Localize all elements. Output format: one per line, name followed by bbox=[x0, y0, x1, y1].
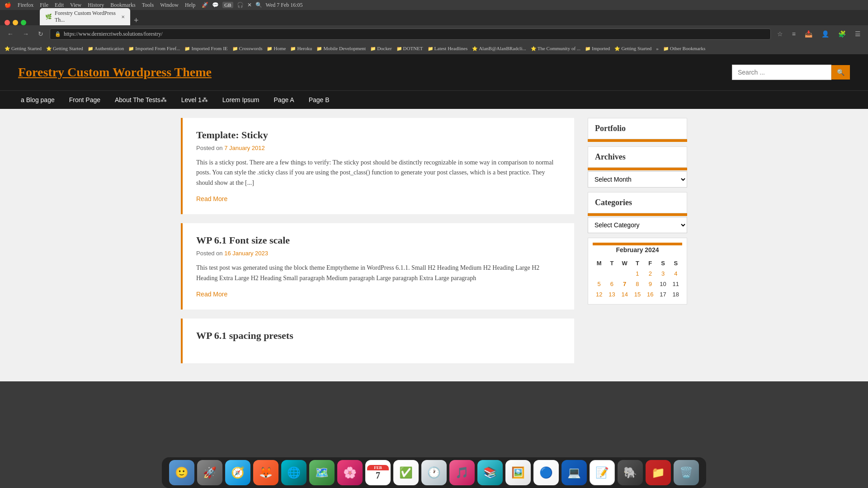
bookmark-heroku[interactable]: 📁 Heroku bbox=[290, 46, 312, 51]
search-input[interactable] bbox=[732, 65, 831, 80]
menu-firefox[interactable]: Firefox bbox=[18, 2, 33, 9]
nav-link-pageb[interactable]: Page B bbox=[302, 91, 337, 109]
dock-photos[interactable]: 🌸 bbox=[337, 460, 363, 485]
cal-cell[interactable]: 5 bbox=[593, 279, 605, 289]
menu-help[interactable]: Help bbox=[185, 2, 195, 9]
bookmark-alanb[interactable]: ⭐ AlanB@AlanBRadcli... bbox=[472, 46, 526, 51]
new-tab-button[interactable]: + bbox=[130, 16, 142, 25]
bookmark-imported-from-ie[interactable]: 📁 Imported From IE bbox=[184, 46, 227, 51]
bookmark-getting-started-1[interactable]: ⭐ Getting Started bbox=[5, 46, 42, 51]
dock-reminders[interactable]: ✅ bbox=[393, 460, 419, 485]
site-title-link[interactable]: Forestry Custom Wordpress Theme bbox=[18, 65, 212, 80]
dock-trash[interactable]: 🗑️ bbox=[674, 460, 699, 485]
dock-finder[interactable]: 🙂 bbox=[169, 460, 194, 485]
menu-tools[interactable]: Tools bbox=[142, 2, 154, 9]
cal-day-5[interactable]: 5 bbox=[598, 281, 601, 287]
bookmark-latest-headlines[interactable]: 📁 Latest Headlines bbox=[428, 46, 468, 51]
cal-day-2[interactable]: 2 bbox=[649, 270, 652, 277]
close-button[interactable] bbox=[5, 20, 10, 25]
cal-cell[interactable]: 9 bbox=[644, 279, 656, 289]
maximize-button[interactable] bbox=[21, 20, 26, 25]
nav-link-about[interactable]: About The Tests⁂ bbox=[108, 91, 174, 109]
dock-clock[interactable]: 🕐 bbox=[421, 460, 447, 485]
more-bookmarks[interactable]: » bbox=[656, 46, 659, 51]
cal-day-1[interactable]: 1 bbox=[636, 270, 639, 277]
search-button[interactable]: 🔍 bbox=[831, 65, 850, 80]
archives-select[interactable]: Select Month bbox=[588, 171, 687, 188]
bookmark-imported[interactable]: 📁 Imported bbox=[585, 46, 610, 51]
bookmark-crosswords[interactable]: 📁 Crosswords bbox=[232, 46, 263, 51]
cal-day-3[interactable]: 3 bbox=[661, 270, 665, 277]
nav-link-front[interactable]: Front Page bbox=[62, 91, 108, 109]
profile-button[interactable]: 👤 bbox=[819, 28, 832, 39]
cal-cell[interactable]: 12 bbox=[593, 289, 605, 300]
menu-view[interactable]: View bbox=[70, 2, 81, 9]
read-more-sticky[interactable]: Read More bbox=[196, 195, 227, 202]
dock-vscode[interactable]: 💻 bbox=[561, 460, 587, 485]
bookmark-mobile-development[interactable]: 📁 Mobile Development bbox=[316, 46, 366, 51]
cal-day-15[interactable]: 15 bbox=[634, 291, 641, 298]
post-date-link-font-size[interactable]: 16 January 2023 bbox=[224, 250, 268, 257]
bookmark-imported-from-firefox[interactable]: 📁 Imported From Firef... bbox=[128, 46, 180, 51]
url-display[interactable]: https://www.derniercriweb.solutions/fore… bbox=[64, 31, 163, 38]
back-button[interactable]: ← bbox=[5, 28, 16, 39]
search-icon[interactable]: 🔍 bbox=[255, 2, 262, 9]
dock-stacks[interactable]: 📚 bbox=[477, 460, 503, 485]
cal-cell[interactable]: 6 bbox=[605, 279, 618, 289]
bookmark-community[interactable]: ⭐ The Community of ... bbox=[531, 46, 580, 51]
minimize-button[interactable] bbox=[13, 20, 18, 25]
nav-link-level1[interactable]: Level 1⁂ bbox=[174, 91, 215, 109]
cal-day-13[interactable]: 13 bbox=[609, 291, 615, 298]
reload-button[interactable]: ↻ bbox=[35, 28, 46, 39]
cal-cell[interactable]: 1 bbox=[631, 268, 644, 279]
forward-button[interactable]: → bbox=[20, 28, 32, 39]
cal-cell[interactable]: 4 bbox=[670, 268, 682, 279]
nav-link-lorem[interactable]: Lorem Ipsum bbox=[215, 91, 267, 109]
cal-cell[interactable]: 2 bbox=[644, 268, 656, 279]
tab-close-button[interactable]: ✕ bbox=[121, 14, 125, 19]
dock-edge[interactable]: 🌐 bbox=[281, 460, 307, 485]
nav-link-blog[interactable]: a Blog page bbox=[14, 91, 62, 109]
pocket-button[interactable]: 📥 bbox=[802, 28, 815, 39]
dock-firefox[interactable]: 🦊 bbox=[253, 460, 278, 485]
address-bar[interactable]: 🔒 https://www.derniercriweb.solutions/fo… bbox=[50, 28, 771, 40]
dock-chrome[interactable]: 🔵 bbox=[533, 460, 559, 485]
dock-filezilla[interactable]: 📁 bbox=[646, 460, 671, 485]
post-date-link-sticky[interactable]: 7 January 2012 bbox=[224, 145, 265, 151]
dock-texteditor[interactable]: 📝 bbox=[590, 460, 615, 485]
bookmark-dotnet[interactable]: 📁 DOTNET bbox=[396, 46, 423, 51]
cal-day-4[interactable]: 4 bbox=[674, 270, 677, 277]
bookmark-docker[interactable]: 📁 Docker bbox=[370, 46, 392, 51]
bookmark-star-button[interactable]: ☆ bbox=[774, 28, 786, 39]
active-tab[interactable]: 🌿 Forestry Custom WordPress Th... ✕ bbox=[40, 8, 130, 25]
dock-safari[interactable]: 🧭 bbox=[225, 460, 250, 485]
menu-edit[interactable]: Edit bbox=[55, 2, 64, 9]
bookmark-getting-started-2[interactable]: ⭐ Getting Started bbox=[46, 46, 83, 51]
menu-button[interactable]: ☰ bbox=[852, 28, 863, 39]
extensions-button[interactable]: 🧩 bbox=[835, 28, 849, 39]
menu-file[interactable]: File bbox=[40, 2, 48, 9]
cal-cell[interactable]: 15 bbox=[631, 289, 644, 300]
nav-link-pagea[interactable]: Page A bbox=[267, 91, 302, 109]
dock-tableplus[interactable]: 🐘 bbox=[618, 460, 643, 485]
menu-history[interactable]: History bbox=[88, 2, 104, 9]
bookmark-other[interactable]: 📁 Other Bookmarks bbox=[663, 46, 706, 51]
cal-cell[interactable]: 16 bbox=[644, 289, 656, 300]
reader-mode-button[interactable]: ≡ bbox=[789, 28, 798, 39]
dock-preview[interactable]: 🖼️ bbox=[505, 460, 531, 485]
cal-cell[interactable]: 3 bbox=[656, 268, 669, 279]
bookmark-getting-started-3[interactable]: ⭐ Getting Started bbox=[614, 46, 651, 51]
bookmark-authentication[interactable]: 📁 Authentication bbox=[88, 46, 124, 51]
dock-maps[interactable]: 🗺️ bbox=[309, 460, 335, 485]
dock-music[interactable]: 🎵 bbox=[449, 460, 475, 485]
cal-cell[interactable]: 14 bbox=[618, 289, 631, 300]
cal-cell[interactable]: 8 bbox=[631, 279, 644, 289]
cal-day-14[interactable]: 14 bbox=[621, 291, 627, 298]
cal-day-6[interactable]: 6 bbox=[610, 281, 613, 287]
categories-select[interactable]: Select Category bbox=[588, 217, 687, 233]
menu-bookmarks[interactable]: Bookmarks bbox=[110, 2, 135, 9]
cal-day-12[interactable]: 12 bbox=[596, 291, 602, 298]
dock-calendar[interactable]: FEB7 bbox=[365, 460, 391, 485]
apple-menu[interactable]: 🍎 bbox=[5, 2, 11, 9]
cal-cell[interactable]: 13 bbox=[605, 289, 618, 300]
